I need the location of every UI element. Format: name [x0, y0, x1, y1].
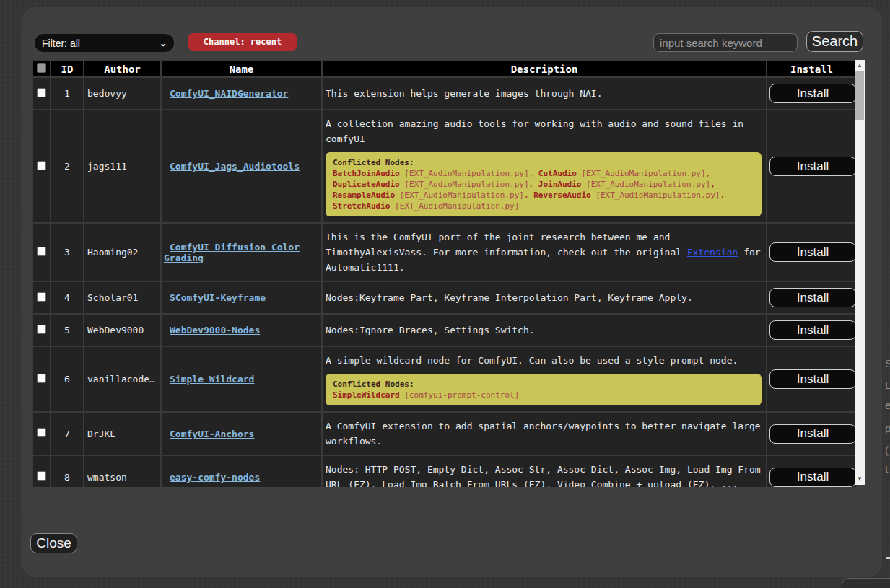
row-author: wmatson	[84, 456, 160, 487]
edge-text-fragment: L	[885, 379, 890, 391]
extension-name-link[interactable]: ComfyUI-Anchors	[170, 429, 254, 439]
extension-name-link[interactable]: ComfyUI_NAIDGenerator	[170, 88, 288, 99]
row-description: This is the ComfyUI port of the joint re…	[323, 224, 766, 281]
row-description: Nodes: HTTP POST, Empty Dict, Assoc Str,…	[323, 456, 766, 487]
table-row: 4 Scholar01 SComfyUI-Keyframe Nodes:Keyf…	[33, 282, 856, 313]
install-button-label: Install	[797, 245, 829, 260]
description-link[interactable]: Extension	[687, 247, 738, 258]
channel-badge[interactable]: Channel: recent	[188, 33, 297, 51]
conflict-node-name: CutAudio	[538, 169, 577, 178]
description-text: This is the ComfyUI port of the joint re…	[326, 229, 763, 275]
edge-text-fragment: U	[885, 463, 890, 475]
custom-nodes-dialog: Filter: all ⌄ Channel: recent Search ID …	[22, 7, 882, 577]
extension-name-link[interactable]: Simple Wildcard	[170, 374, 254, 385]
install-button[interactable]: Install	[769, 320, 856, 340]
install-button[interactable]: Install	[769, 242, 856, 262]
row-checkbox[interactable]	[37, 374, 46, 383]
edge-text-fragment: S	[885, 357, 890, 369]
row-description: A ComfyUI extension to add spatial ancho…	[323, 413, 766, 455]
select-all-checkbox[interactable]	[37, 63, 46, 73]
install-button-label: Install	[797, 291, 829, 305]
conflict-node-source: [EXT_AudioManipulation.py]	[591, 190, 720, 200]
row-author: jags111	[84, 110, 160, 222]
extension-name-link[interactable]: easy-comfy-nodes	[170, 472, 260, 483]
header-author: Author	[84, 61, 160, 76]
install-button[interactable]: Install	[769, 424, 856, 444]
extension-name-link[interactable]: ComfyUI_Jags_Audiotools	[170, 161, 300, 172]
select-all-header	[33, 61, 50, 76]
row-description: A collection amazing audio tools for wor…	[323, 110, 766, 222]
extension-name-link[interactable]: SComfyUI-Keyframe	[170, 292, 266, 303]
install-button[interactable]: Install	[769, 369, 856, 389]
row-author: DrJKL	[84, 413, 160, 455]
conflicted-nodes-box: Conflicted Nodes:SimpleWildcard [comfyui…	[326, 374, 762, 405]
row-id: 7	[51, 413, 83, 455]
custom-nodes-table: ID Author Name Description Install 1 bed…	[32, 60, 858, 487]
row-id: 4	[51, 282, 83, 313]
install-button-label: Install	[797, 372, 829, 387]
scroll-up-icon[interactable]: ▲	[855, 60, 865, 71]
description-text: A ComfyUI extension to add spatial ancho…	[326, 418, 763, 449]
row-checkbox[interactable]	[37, 325, 46, 334]
row-checkbox[interactable]	[37, 88, 46, 97]
row-id: 5	[51, 315, 83, 346]
row-author: Haoming02	[84, 224, 160, 281]
row-checkbox[interactable]	[37, 428, 46, 437]
row-id: 8	[51, 456, 83, 487]
conflict-node-source: [EXT_AudioManipulation.py]	[390, 201, 519, 211]
scrollbar-thumb[interactable]	[855, 71, 864, 120]
conflict-node-source: [EXT_AudioManipulation.py]	[400, 180, 529, 189]
search-input[interactable]	[653, 33, 798, 52]
conflicted-nodes-title: Conflicted Nodes:	[333, 379, 754, 390]
search-button-label: Search	[812, 33, 858, 50]
table-row: 6 vanillacode… Simple Wildcard A simple …	[33, 347, 856, 411]
row-description: Nodes:Keyframe Part, Keyframe Interpolat…	[323, 282, 766, 313]
conflict-node-source: [EXT_AudioManipulation.py]	[581, 180, 710, 189]
row-id: 2	[51, 110, 83, 222]
row-checkbox[interactable]	[37, 161, 46, 170]
description-text: Nodes: HTTP POST, Empty Dict, Assoc Str,…	[326, 462, 763, 487]
custom-nodes-table-wrap: ID Author Name Description Install 1 bed…	[32, 60, 865, 487]
table-row: 3 Haoming02 ComfyUI Diffusion Color Grad…	[33, 224, 856, 281]
partial-bottom-button[interactable]	[842, 578, 890, 588]
row-checkbox[interactable]	[37, 471, 46, 481]
close-button[interactable]: Close	[30, 533, 77, 553]
chevron-down-icon: ⌄	[160, 38, 167, 48]
conflicted-nodes-box: Conflicted Nodes:BatchJoinAudio [EXT_Aud…	[326, 152, 762, 216]
install-button[interactable]: Install	[769, 84, 856, 103]
install-button-label: Install	[797, 470, 829, 484]
row-author: bedovyy	[84, 78, 160, 109]
row-checkbox[interactable]	[37, 247, 46, 256]
description-text: A collection amazing audio tools for wor…	[326, 116, 763, 146]
table-scrollbar[interactable]: ▲ ▼	[855, 60, 865, 485]
row-author: vanillacode…	[84, 347, 160, 411]
channel-badge-label: Channel: recent	[204, 37, 282, 47]
row-author: Scholar01	[84, 282, 160, 313]
edge-text-fragment: e	[885, 399, 890, 411]
description-segment: This is the ComfyUI port of the joint re…	[326, 232, 687, 258]
install-button[interactable]: Install	[769, 288, 856, 307]
conflict-node-name: ResampleAudio	[333, 190, 395, 200]
header-id: ID	[51, 61, 83, 76]
install-button[interactable]: Install	[769, 468, 856, 487]
close-button-label: Close	[36, 535, 71, 551]
search-button[interactable]: Search	[806, 31, 863, 52]
conflict-node-source: [comfyui-prompt-control]	[400, 390, 520, 400]
row-description: A simple wildcard node for ComfyUI. Can …	[323, 347, 766, 411]
install-button[interactable]: Install	[769, 157, 856, 176]
conflict-node-name: JoinAudio	[538, 180, 582, 189]
extension-name-link[interactable]: WebDev9000-Nodes	[170, 325, 260, 335]
filter-select[interactable]: Filter: all ⌄	[35, 34, 174, 52]
extension-name-link[interactable]: ComfyUI Diffusion Color Grading	[164, 242, 300, 263]
conflict-node-name: StretchAudio	[333, 201, 390, 211]
table-row: 2 jags111 ComfyUI_Jags_Audiotools A coll…	[33, 110, 856, 222]
header-name: Name	[162, 61, 321, 76]
row-checkbox[interactable]	[37, 292, 46, 302]
scroll-down-icon[interactable]: ▼	[855, 473, 865, 484]
row-id: 6	[51, 347, 83, 411]
conflict-node-source: [EXT_AudioManipulation.py]	[577, 169, 706, 178]
description-text: Nodes:Keyframe Part, Keyframe Interpolat…	[326, 290, 763, 305]
conflict-node-name: BatchJoinAudio	[333, 169, 400, 178]
edge-text-fragment: (	[885, 444, 889, 456]
install-button-label: Install	[797, 426, 829, 441]
